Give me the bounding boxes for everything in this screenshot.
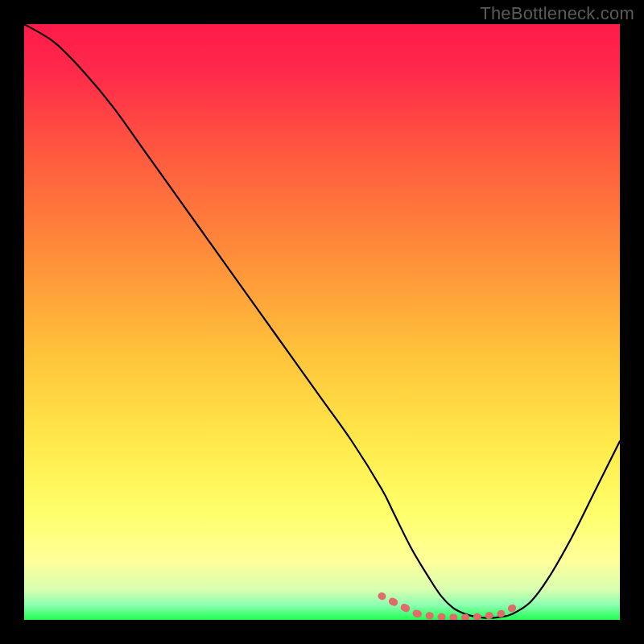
plot-area xyxy=(24,24,620,620)
highlight-dot xyxy=(510,605,516,611)
watermark-text: TheBottleneck.com xyxy=(480,3,634,24)
gradient-background xyxy=(24,24,620,620)
chart-container: TheBottleneck.com xyxy=(0,0,644,644)
highlight-dot xyxy=(378,592,385,599)
chart-svg xyxy=(24,24,620,620)
